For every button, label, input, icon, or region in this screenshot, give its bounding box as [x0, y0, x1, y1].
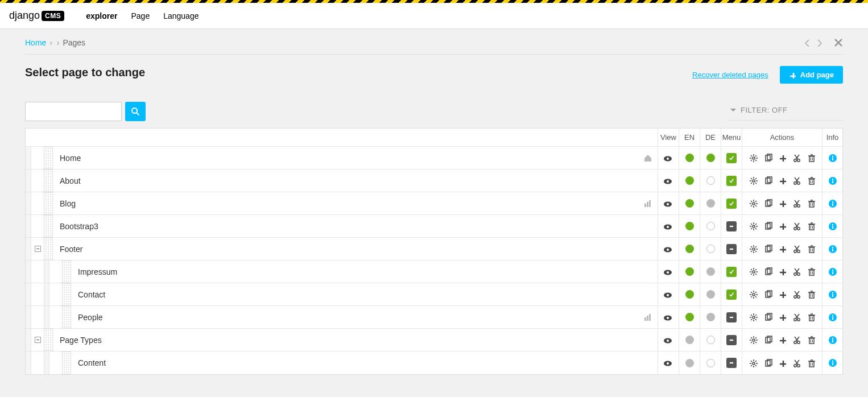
- settings-icon[interactable]: [749, 290, 758, 299]
- drag-handle[interactable]: [62, 351, 71, 374]
- language-indicator-icon[interactable]: [685, 245, 694, 253]
- drag-handle[interactable]: [44, 147, 53, 169]
- language-indicator-icon[interactable]: [706, 199, 715, 208]
- cut-icon[interactable]: [792, 245, 801, 253]
- drag-handle[interactable]: [62, 260, 71, 283]
- settings-icon[interactable]: [749, 154, 758, 162]
- page-title-text[interactable]: Contact: [71, 290, 658, 299]
- language-indicator-icon[interactable]: [685, 359, 694, 367]
- eye-icon[interactable]: [663, 336, 673, 344]
- menu-dash-icon[interactable]: [726, 244, 737, 254]
- eye-icon[interactable]: [663, 245, 673, 253]
- tree-expander-icon[interactable]: [35, 246, 41, 252]
- toolbar-item[interactable]: Page: [124, 3, 156, 29]
- info-icon[interactable]: [828, 154, 837, 163]
- copy-icon[interactable]: [764, 313, 772, 321]
- search-button[interactable]: [125, 102, 146, 121]
- drag-handle[interactable]: [62, 306, 71, 328]
- copy-icon[interactable]: [764, 222, 772, 230]
- copy-icon[interactable]: [764, 154, 772, 162]
- language-indicator-icon[interactable]: [685, 336, 694, 344]
- menu-check-icon[interactable]: [726, 153, 737, 163]
- settings-icon[interactable]: [749, 245, 758, 253]
- add-icon[interactable]: [779, 200, 786, 207]
- copy-icon[interactable]: [764, 267, 772, 276]
- cut-icon[interactable]: [792, 176, 801, 185]
- info-icon[interactable]: [828, 222, 837, 231]
- cut-icon[interactable]: [792, 267, 801, 276]
- delete-icon[interactable]: [807, 245, 816, 253]
- recover-deleted-link[interactable]: Recover deleted pages: [692, 71, 768, 79]
- info-icon[interactable]: [828, 245, 837, 254]
- delete-icon[interactable]: [807, 313, 816, 321]
- eye-icon[interactable]: [663, 313, 673, 321]
- eye-icon[interactable]: [663, 222, 673, 230]
- page-title-text[interactable]: Impressum: [71, 267, 658, 276]
- language-indicator-icon[interactable]: [706, 222, 715, 230]
- page-title-text[interactable]: Blog: [53, 199, 643, 208]
- brand-logo[interactable]: django CMS: [6, 10, 68, 22]
- toolbar-item[interactable]: Language: [156, 3, 205, 29]
- sideframe-close-icon[interactable]: [834, 38, 843, 47]
- add-icon[interactable]: [779, 359, 786, 367]
- drag-handle[interactable]: [44, 192, 53, 214]
- language-indicator-icon[interactable]: [706, 154, 715, 162]
- page-title-text[interactable]: People: [71, 313, 643, 322]
- language-indicator-icon[interactable]: [706, 290, 715, 299]
- delete-icon[interactable]: [807, 290, 816, 299]
- settings-icon[interactable]: [749, 222, 758, 230]
- tree-expander-icon[interactable]: [35, 337, 41, 343]
- sideframe-forward-icon[interactable]: [815, 39, 822, 47]
- menu-check-icon[interactable]: [726, 176, 737, 186]
- page-title-text[interactable]: Page Types: [53, 336, 658, 345]
- language-indicator-icon[interactable]: [685, 313, 694, 321]
- settings-icon[interactable]: [749, 176, 758, 185]
- info-icon[interactable]: [828, 336, 837, 345]
- copy-icon[interactable]: [764, 359, 772, 367]
- add-icon[interactable]: [779, 222, 786, 230]
- drag-handle[interactable]: [44, 169, 53, 192]
- search-input[interactable]: [25, 102, 122, 121]
- language-indicator-icon[interactable]: [685, 267, 694, 276]
- sideframe-back-icon[interactable]: [803, 39, 811, 47]
- delete-icon[interactable]: [807, 359, 816, 367]
- delete-icon[interactable]: [807, 154, 816, 162]
- copy-icon[interactable]: [764, 290, 772, 299]
- menu-dash-icon[interactable]: [726, 312, 737, 322]
- cut-icon[interactable]: [792, 359, 801, 367]
- language-indicator-icon[interactable]: [706, 359, 715, 367]
- page-title-text[interactable]: Footer: [53, 245, 658, 254]
- info-icon[interactable]: [828, 358, 837, 367]
- menu-check-icon[interactable]: [726, 267, 737, 277]
- drag-handle[interactable]: [62, 283, 71, 305]
- language-indicator-icon[interactable]: [685, 176, 694, 185]
- language-indicator-icon[interactable]: [685, 290, 694, 299]
- settings-icon[interactable]: [749, 313, 758, 321]
- delete-icon[interactable]: [807, 267, 816, 276]
- delete-icon[interactable]: [807, 199, 816, 208]
- language-indicator-icon[interactable]: [685, 199, 694, 208]
- page-title-text[interactable]: Home: [53, 154, 643, 163]
- menu-dash-icon[interactable]: [726, 358, 737, 368]
- delete-icon[interactable]: [807, 336, 816, 344]
- add-icon[interactable]: [779, 268, 786, 275]
- add-icon[interactable]: [779, 336, 786, 344]
- copy-icon[interactable]: [764, 336, 772, 344]
- info-icon[interactable]: [828, 199, 837, 208]
- drag-handle[interactable]: [44, 329, 53, 351]
- settings-icon[interactable]: [749, 199, 758, 208]
- eye-icon[interactable]: [663, 154, 673, 162]
- settings-icon[interactable]: [749, 336, 758, 344]
- cut-icon[interactable]: [792, 313, 801, 321]
- delete-icon[interactable]: [807, 176, 816, 185]
- eye-icon[interactable]: [663, 291, 673, 299]
- add-page-button[interactable]: Add page: [780, 66, 843, 84]
- cut-icon[interactable]: [792, 199, 801, 208]
- toolbar-item[interactable]: explorer: [79, 3, 124, 29]
- cut-icon[interactable]: [792, 222, 801, 230]
- page-title-text[interactable]: About: [53, 176, 658, 185]
- language-indicator-icon[interactable]: [685, 154, 694, 162]
- language-indicator-icon[interactable]: [706, 336, 715, 344]
- eye-icon[interactable]: [663, 200, 673, 208]
- menu-dash-icon[interactable]: [726, 221, 737, 231]
